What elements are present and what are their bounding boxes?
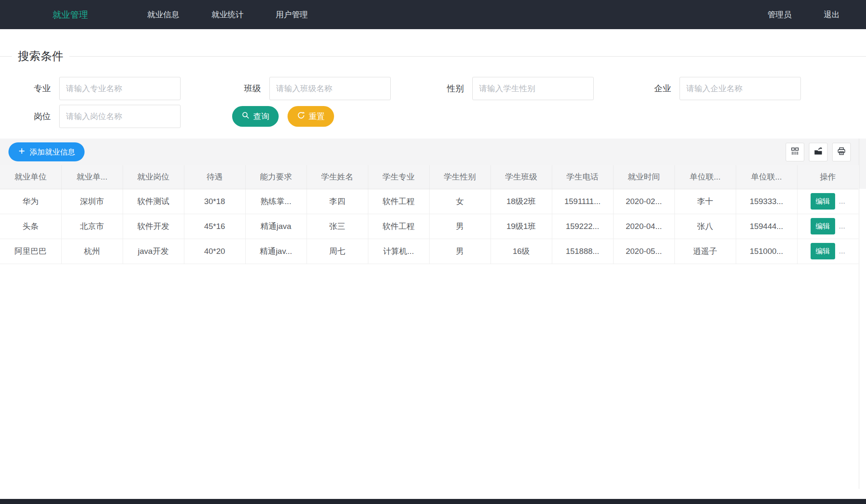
table-cell: 张八: [674, 214, 736, 239]
class-input[interactable]: [269, 77, 391, 100]
table-cell: 阿里巴巴: [0, 239, 61, 264]
company-field-group: 企业: [620, 76, 801, 101]
job-label: 岗位: [0, 111, 59, 122]
table-toolbar: 添加就业信息: [0, 139, 866, 165]
col-header-contact-phone: 单位联...: [736, 165, 797, 189]
table-cell: 18级2班: [491, 189, 552, 214]
table-cell: 30*18: [184, 189, 245, 214]
col-header-student-name: 学生姓名: [307, 165, 368, 189]
job-field-group: 岗位: [0, 104, 210, 128]
gender-field-group: 性别: [413, 76, 620, 101]
export-icon: [814, 147, 823, 158]
table-cell: 精通java: [245, 214, 307, 239]
col-header-employment-date: 就业时间: [613, 165, 674, 189]
col-header-employer-city: 就业单...: [61, 165, 123, 189]
table-cell: 计算机...: [368, 239, 429, 264]
table-row: 头条 北京市 软件开发 45*16 精通java 张三 软件工程 男 19级1班…: [0, 214, 858, 239]
class-label: 班级: [210, 83, 269, 94]
logout-button[interactable]: 退出: [824, 9, 840, 20]
table-cell: 华为: [0, 189, 61, 214]
table-cell: 151888...: [552, 239, 613, 264]
nav-item-employment-stats[interactable]: 就业统计: [211, 9, 244, 20]
col-header-contact-name: 单位联...: [674, 165, 736, 189]
employment-table-section: 添加就业信息: [0, 139, 866, 489]
admin-user-menu[interactable]: 管理员: [767, 9, 792, 20]
table-cell: 159444...: [736, 214, 797, 239]
table-cell: 李四: [307, 189, 368, 214]
table-cell: 男: [429, 214, 491, 239]
table-cell: 19级1班: [491, 214, 552, 239]
reset-button[interactable]: 重置: [288, 106, 334, 127]
columns-toggle-button[interactable]: [786, 143, 804, 161]
table-cell: 北京市: [61, 214, 123, 239]
col-header-skills: 能力要求: [245, 165, 307, 189]
company-input[interactable]: [680, 77, 801, 100]
table-cell: java开发: [123, 239, 184, 264]
table-cell: 男: [429, 239, 491, 264]
table-row: 华为 深圳市 软件测试 30*18 熟练掌... 李四 软件工程 女 18级2班…: [0, 189, 858, 214]
col-header-employer: 就业单位: [0, 165, 61, 189]
table-cell: 159222...: [552, 214, 613, 239]
job-input[interactable]: [59, 105, 181, 128]
search-section-title: 搜索条件: [18, 49, 63, 64]
add-employment-button[interactable]: 添加就业信息: [8, 142, 85, 161]
columns-icon: [790, 147, 800, 158]
search-section-divider: 搜索条件: [0, 49, 866, 64]
table-cell: 深圳市: [61, 189, 123, 214]
table-cell: 2020-04...: [613, 214, 674, 239]
scrollbar-gutter[interactable]: [859, 139, 866, 489]
table-cell: 精通jav...: [245, 239, 307, 264]
edit-button[interactable]: 编辑: [811, 193, 835, 210]
col-header-student-phone: 学生电话: [552, 165, 613, 189]
nav-menu: 就业信息 就业统计 用户管理: [147, 9, 308, 20]
brand-title[interactable]: 就业管理: [52, 9, 88, 21]
bottom-bar: [0, 499, 866, 504]
table-cell: 45*16: [184, 214, 245, 239]
table-cell: 熟练掌...: [245, 189, 307, 214]
table-cell: 软件开发: [123, 214, 184, 239]
search-form: 专业 班级 性别 企业 岗位: [0, 76, 866, 128]
gender-input[interactable]: [472, 77, 594, 100]
major-input[interactable]: [59, 77, 181, 100]
table-cell: 周七: [307, 239, 368, 264]
nav-item-employment-info[interactable]: 就业信息: [147, 9, 179, 20]
table-cell: 软件测试: [123, 189, 184, 214]
more-actions[interactable]: ...: [839, 197, 845, 205]
table-cell: 杭州: [61, 239, 123, 264]
edit-button[interactable]: 编辑: [811, 218, 835, 234]
query-button[interactable]: 查询: [232, 106, 279, 127]
refresh-icon: [297, 111, 305, 122]
major-label: 专业: [0, 83, 59, 94]
export-button[interactable]: [809, 143, 828, 161]
gender-label: 性别: [413, 83, 472, 94]
print-button[interactable]: [832, 143, 851, 161]
table-cell: 16级: [491, 239, 552, 264]
col-header-actions: 操作: [797, 165, 858, 189]
employment-table: 就业单位 就业单... 就业岗位 待遇 能力要求 学生姓名 学生专业 学生性别 …: [0, 165, 858, 264]
actions-cell: 编辑...: [797, 239, 858, 264]
more-actions[interactable]: ...: [839, 222, 845, 230]
table-cell: 逍遥子: [674, 239, 736, 264]
actions-cell: 编辑...: [797, 189, 858, 214]
table-cell: 李十: [674, 189, 736, 214]
table-cell: 1591111...: [552, 189, 613, 214]
nav-right: 管理员 退出: [767, 9, 840, 20]
col-header-position: 就业岗位: [123, 165, 184, 189]
table-cell: 张三: [307, 214, 368, 239]
table-cell: 2020-02...: [613, 189, 674, 214]
actions-cell: 编辑...: [797, 214, 858, 239]
table-header-row: 就业单位 就业单... 就业岗位 待遇 能力要求 学生姓名 学生专业 学生性别 …: [0, 165, 858, 189]
company-label: 企业: [620, 83, 680, 94]
edit-button[interactable]: 编辑: [811, 243, 835, 259]
col-header-student-class: 学生班级: [491, 165, 552, 189]
table-cell: 女: [429, 189, 491, 214]
class-field-group: 班级: [210, 76, 413, 101]
nav-item-user-management[interactable]: 用户管理: [276, 9, 308, 20]
table-cell: 软件工程: [368, 214, 429, 239]
table-cell: 40*20: [184, 239, 245, 264]
plus-icon: [18, 147, 26, 157]
more-actions[interactable]: ...: [839, 247, 845, 255]
table-tool-buttons: [786, 143, 851, 161]
table-cell: 151000...: [736, 239, 797, 264]
search-icon: [241, 111, 250, 122]
